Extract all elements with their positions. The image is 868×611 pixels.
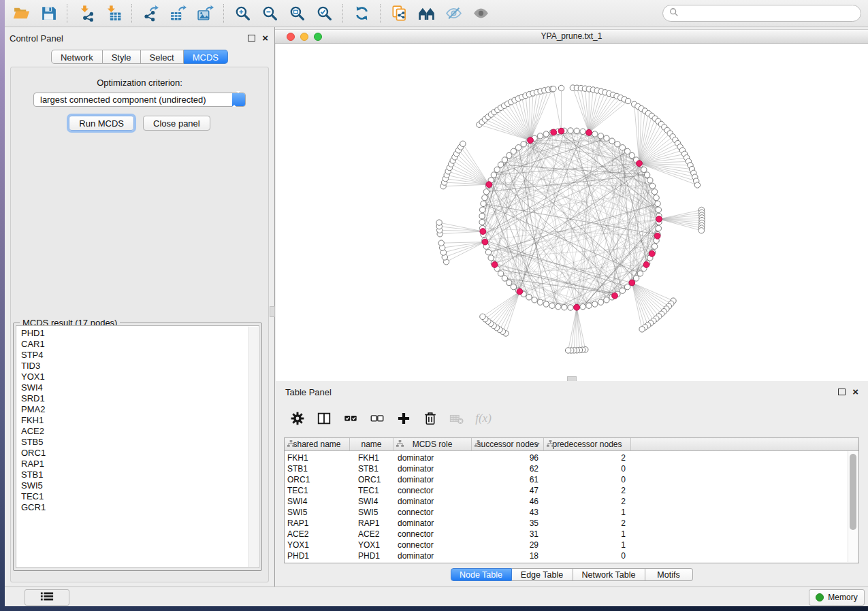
mcds-result-item[interactable]: FKH1 xyxy=(18,415,247,426)
float-table-panel-icon[interactable] xyxy=(838,389,846,395)
cell-shared-name[interactable]: SWI4 xyxy=(285,496,350,507)
cell-mcds-role[interactable]: dominator xyxy=(393,463,472,474)
cell-predecessor-nodes[interactable]: 0 xyxy=(544,474,631,485)
table-row[interactable]: ACE2ACE2connector311 xyxy=(285,529,848,540)
cell-name[interactable]: SWI4 xyxy=(350,496,393,507)
create-column-button[interactable] xyxy=(393,408,414,429)
table-row[interactable]: YOX1YOX1connector291 xyxy=(285,540,848,550)
tab-network[interactable]: Network xyxy=(51,50,103,64)
cell-predecessor-nodes[interactable]: 2 xyxy=(544,452,631,463)
cell-successor-nodes[interactable]: 61 xyxy=(472,474,544,485)
deselect-all-button[interactable] xyxy=(367,408,387,429)
cell-predecessor-nodes[interactable]: 0 xyxy=(544,550,631,561)
cell-successor-nodes[interactable]: 35 xyxy=(472,518,544,529)
search-input[interactable] xyxy=(682,8,854,18)
column-layout-button[interactable] xyxy=(314,408,334,429)
select-all-button[interactable] xyxy=(340,408,361,429)
network-canvas[interactable] xyxy=(276,44,868,381)
cell-mcds-role[interactable]: connector xyxy=(393,507,472,518)
close-panel-button[interactable]: Close panel xyxy=(143,116,210,131)
cell-mcds-role[interactable]: connector xyxy=(393,540,472,550)
mcds-node[interactable] xyxy=(517,288,523,295)
column-header-predecessor-nodes[interactable]: predecessor nodes xyxy=(544,438,631,450)
tab-motifs[interactable]: Motifs xyxy=(645,568,693,581)
first-neighbors-button[interactable] xyxy=(413,3,440,24)
mcds-node[interactable] xyxy=(637,161,643,167)
export-image-button[interactable] xyxy=(191,3,219,24)
show-all-button[interactable] xyxy=(467,3,494,24)
cell-successor-nodes[interactable]: 47 xyxy=(472,485,544,496)
cell-shared-name[interactable]: ORC1 xyxy=(285,474,350,485)
mcds-node[interactable] xyxy=(656,216,662,222)
mcds-list-scrollbar[interactable] xyxy=(248,327,258,567)
mcds-node[interactable] xyxy=(654,233,660,239)
mcds-node[interactable] xyxy=(551,129,557,135)
table-row[interactable]: ORC1ORC1dominator610 xyxy=(285,474,848,485)
cell-shared-name[interactable]: RAP1 xyxy=(285,518,350,529)
import-network-button[interactable] xyxy=(72,3,99,24)
cell-name[interactable]: SWI5 xyxy=(350,507,393,518)
tab-select[interactable]: Select xyxy=(141,50,184,64)
cell-mcds-role[interactable]: connector xyxy=(393,529,472,540)
table-row[interactable]: PHD1PHD1dominator180 xyxy=(285,550,848,561)
mcds-result-item[interactable]: SRD1 xyxy=(18,393,247,404)
mcds-node[interactable] xyxy=(649,250,655,257)
mcds-result-item[interactable]: SWI4 xyxy=(18,382,247,393)
zoom-fit-button[interactable] xyxy=(283,3,310,24)
column-header-shared-name[interactable]: shared name xyxy=(285,438,350,450)
column-header-successor-nodes[interactable]: successor nodes xyxy=(472,438,544,450)
table-row[interactable]: TEC1TEC1connector472 xyxy=(285,485,848,496)
sort-descending-icon[interactable] xyxy=(534,442,540,446)
mcds-result-item[interactable]: PHD1 xyxy=(18,328,247,339)
mcds-node[interactable] xyxy=(482,239,488,245)
close-window-icon[interactable] xyxy=(287,33,295,41)
mcds-node[interactable] xyxy=(528,137,534,144)
cell-shared-name[interactable]: FKH1 xyxy=(285,452,350,463)
mcds-result-item[interactable]: CAR1 xyxy=(18,339,247,350)
mcds-result-item[interactable]: TEC1 xyxy=(18,491,247,502)
horizontal-splitter-handle[interactable] xyxy=(567,376,577,381)
table-row[interactable]: FKH1FKH1dominator962 xyxy=(285,452,848,463)
cell-name[interactable]: PHD1 xyxy=(350,550,393,561)
mcds-node[interactable] xyxy=(574,304,580,310)
open-file-button[interactable] xyxy=(7,3,35,24)
cell-name[interactable]: TEC1 xyxy=(350,485,393,496)
optimization-criterion-select[interactable]: largest connected component (undirected) xyxy=(33,93,246,107)
tab-style[interactable]: Style xyxy=(103,50,141,64)
mcds-result-item[interactable]: PMA2 xyxy=(18,404,247,415)
cell-successor-nodes[interactable]: 18 xyxy=(472,550,544,561)
export-network-button[interactable] xyxy=(137,3,164,24)
minimize-window-icon[interactable] xyxy=(300,33,308,41)
zoom-selected-button[interactable] xyxy=(310,3,338,24)
tab-network-table[interactable]: Network Table xyxy=(573,568,645,581)
column-header-name[interactable]: name xyxy=(350,438,393,450)
mcds-node[interactable] xyxy=(643,262,649,268)
cell-mcds-role[interactable]: connector xyxy=(393,485,472,496)
cell-name[interactable]: YOX1 xyxy=(350,540,393,550)
mcds-node[interactable] xyxy=(629,280,635,286)
tab-node-table[interactable]: Node Table xyxy=(451,568,512,581)
cell-mcds-role[interactable]: dominator xyxy=(393,496,472,507)
cell-name[interactable]: ORC1 xyxy=(350,474,393,485)
show-panels-button[interactable] xyxy=(25,589,69,606)
refresh-network-button[interactable] xyxy=(348,3,375,24)
mcds-result-item[interactable]: STB1 xyxy=(18,469,247,480)
mcds-result-item[interactable]: ACE2 xyxy=(18,426,247,437)
cell-successor-nodes[interactable]: 29 xyxy=(472,540,544,550)
cell-successor-nodes[interactable]: 46 xyxy=(472,496,544,507)
close-panel-icon[interactable]: × xyxy=(262,34,268,42)
column-settings-button[interactable] xyxy=(287,408,308,429)
close-table-panel-icon[interactable]: × xyxy=(852,388,858,395)
cell-shared-name[interactable]: PHD1 xyxy=(285,550,350,561)
save-session-button[interactable] xyxy=(35,3,62,24)
zoom-in-button[interactable] xyxy=(229,3,256,24)
mcds-node[interactable] xyxy=(480,229,486,235)
mcds-node[interactable] xyxy=(586,129,592,135)
cell-mcds-role[interactable]: dominator xyxy=(393,550,472,561)
maximize-window-icon[interactable] xyxy=(314,33,322,41)
table-row[interactable]: RAP1RAP1dominator352 xyxy=(285,518,848,529)
network-window-titlebar[interactable]: YPA_prune.txt_1 xyxy=(275,29,868,44)
import-table-button[interactable] xyxy=(99,3,127,24)
cell-shared-name[interactable]: SWI5 xyxy=(285,507,350,518)
mcds-result-item[interactable]: ORC1 xyxy=(18,448,247,459)
